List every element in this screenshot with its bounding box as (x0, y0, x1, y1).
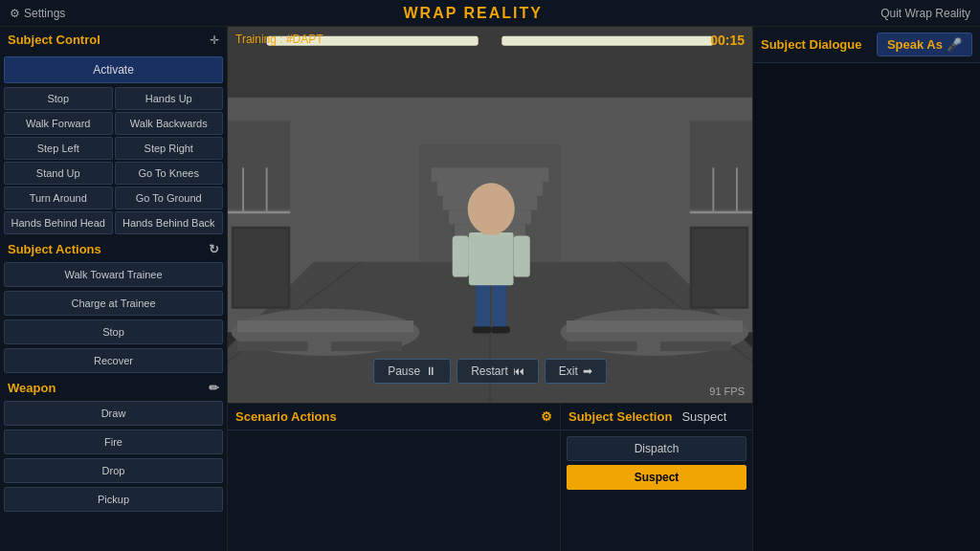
speak-as-button[interactable]: Speak As 🎤 (877, 33, 972, 56)
svg-rect-46 (453, 236, 469, 277)
viewport: Training : #DAPT 00:15 (228, 27, 752, 403)
svg-rect-36 (567, 320, 743, 332)
go-to-knees-button[interactable]: Go To Knees (115, 162, 224, 185)
pickup-button[interactable]: Pickup (4, 487, 223, 512)
charge-at-trainee-button[interactable]: Charge at Trainee (4, 291, 223, 316)
go-to-ground-button[interactable]: Go To Ground (115, 187, 224, 209)
svg-rect-43 (473, 326, 492, 333)
svg-rect-37 (237, 342, 308, 351)
prison-scene (228, 27, 752, 403)
stand-up-button[interactable]: Stand Up (4, 162, 113, 185)
weapon-header: Weapon ✏ (0, 375, 227, 399)
activate-button[interactable]: Activate (4, 56, 223, 83)
stop-button[interactable]: Stop (4, 87, 113, 110)
refresh-icon: ↻ (209, 242, 219, 256)
svg-rect-45 (469, 232, 514, 285)
right-panel: Subject Dialogue Speak As 🎤 (752, 27, 980, 551)
mic-icon: 🎤 (947, 37, 962, 52)
pencil-icon: ✏ (209, 381, 219, 395)
subject-dialogue-header: Subject Dialogue Speak As 🎤 (753, 27, 980, 63)
svg-rect-9 (228, 121, 290, 214)
svg-rect-34 (237, 320, 413, 332)
turn-around-button[interactable]: Turn Around (4, 187, 113, 209)
hands-behind-back-button[interactable]: Hands Behind Back (115, 211, 224, 234)
control-buttons-grid: Stop Hands Up Walk Forward Walk Backward… (0, 85, 227, 236)
dispatch-button[interactable]: Dispatch (567, 436, 746, 461)
svg-rect-41 (476, 283, 490, 330)
left-panel: Subject Control ✛ Activate Stop Hands Up… (0, 27, 228, 551)
subject-actions-header: Subject Actions ↻ (0, 236, 227, 260)
restart-button[interactable]: Restart ⏮ (457, 359, 539, 384)
restart-icon: ⏮ (513, 364, 524, 378)
subject-actions-title: Subject Actions (8, 242, 101, 256)
wrap-label: WRAP (404, 5, 458, 21)
svg-rect-38 (331, 342, 402, 351)
subject-control-header: Subject Control ✛ (0, 27, 227, 53)
subject-selection-body: Dispatch Suspect (561, 430, 752, 496)
scenario-gear-icon[interactable]: ⚙ (541, 409, 552, 424)
scenario-actions-header: Scenario Actions ⚙ (228, 404, 560, 430)
stop-action-button[interactable]: Stop (4, 320, 223, 344)
fps-label: 91 FPS (709, 386, 745, 397)
svg-point-49 (468, 183, 515, 234)
weapon-title: Weapon (8, 381, 56, 395)
svg-rect-30 (234, 229, 287, 306)
svg-rect-44 (491, 326, 510, 333)
app-title: WRAP REALITY (404, 5, 544, 22)
subject-selection-header: Subject Selection Suspect (561, 404, 752, 430)
training-label: Training : #DAPT (235, 33, 323, 46)
svg-rect-39 (567, 342, 637, 351)
playback-controls: Pause ⏸ Restart ⏮ Exit ➡ (373, 359, 607, 384)
center-area: Training : #DAPT 00:15 (228, 27, 752, 551)
scenario-actions-title: Scenario Actions (235, 409, 337, 424)
move-icon: ✛ (210, 33, 219, 47)
quit-button[interactable]: Quit Wrap Reality (880, 7, 970, 20)
hands-up-button[interactable]: Hands Up (115, 87, 224, 110)
subject-selection-panel: Subject Selection Suspect Dispatch Suspe… (561, 404, 752, 551)
hands-behind-head-button[interactable]: Hands Behind Head (4, 211, 113, 234)
walk-backwards-button[interactable]: Walk Backwards (115, 112, 224, 135)
speak-as-label: Speak As (887, 37, 943, 52)
reality-label: REALITY (464, 5, 543, 21)
scenario-actions-content (228, 430, 560, 551)
bottom-center: Scenario Actions ⚙ Subject Selection Sus… (228, 403, 752, 551)
suspect-button[interactable]: Suspect (567, 465, 746, 490)
exit-button[interactable]: Exit ➡ (545, 359, 607, 384)
exit-label: Exit (559, 364, 578, 378)
walk-forward-button[interactable]: Walk Forward (4, 112, 113, 135)
settings-button[interactable]: ⚙ Settings (10, 7, 65, 20)
fire-button[interactable]: Fire (4, 430, 223, 454)
draw-button[interactable]: Draw (4, 401, 223, 426)
walk-toward-trainee-button[interactable]: Walk Toward Trainee (4, 262, 223, 287)
svg-rect-40 (660, 342, 731, 351)
scenario-actions-panel: Scenario Actions ⚙ (228, 404, 561, 551)
pause-icon: ⏸ (425, 364, 436, 378)
svg-rect-47 (514, 236, 530, 277)
svg-rect-24 (432, 167, 549, 182)
top-bar: ⚙ Settings WRAP REALITY Quit Wrap Realit… (0, 0, 980, 27)
recover-button[interactable]: Recover (4, 348, 223, 373)
subject-control-title: Subject Control (8, 33, 100, 47)
step-right-button[interactable]: Step Right (115, 137, 224, 160)
svg-rect-3 (501, 36, 713, 46)
pause-button[interactable]: Pause ⏸ (373, 359, 451, 384)
suspect-label: Suspect (681, 409, 726, 424)
svg-rect-42 (492, 283, 506, 330)
settings-label: Settings (24, 7, 65, 20)
drop-button[interactable]: Drop (4, 458, 223, 483)
dialogue-content (753, 63, 980, 551)
timer-label: 00:15 (710, 33, 745, 48)
svg-rect-32 (692, 229, 746, 306)
gear-icon: ⚙ (10, 7, 20, 20)
main-layout: Subject Control ✛ Activate Stop Hands Up… (0, 27, 980, 551)
subject-selection-title: Subject Selection (568, 409, 672, 424)
restart-label: Restart (471, 364, 508, 378)
exit-icon: ➡ (583, 364, 592, 378)
step-left-button[interactable]: Step Left (4, 137, 113, 160)
svg-rect-16 (690, 121, 752, 214)
pause-label: Pause (388, 364, 420, 378)
subject-dialogue-title: Subject Dialogue (761, 37, 861, 52)
